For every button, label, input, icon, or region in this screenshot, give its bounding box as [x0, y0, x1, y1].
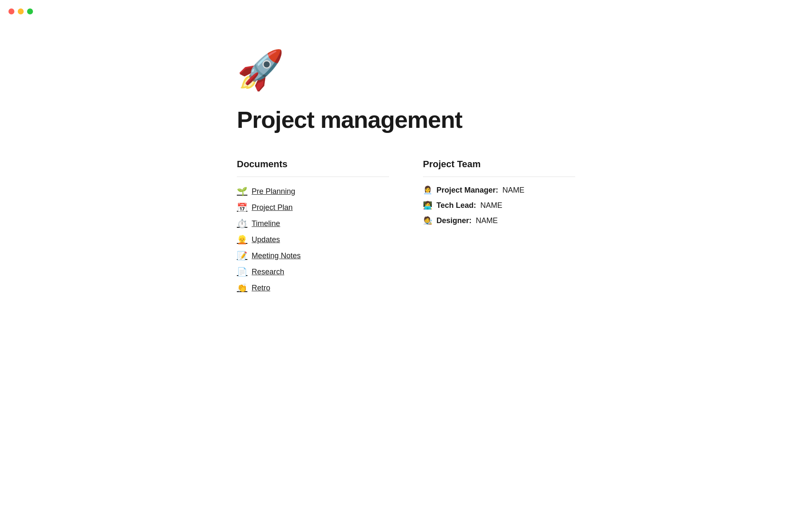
document-link[interactable]: 📄Research: [237, 266, 284, 278]
list-item: 🧑‍🎨Designer: NAME: [423, 216, 575, 225]
team-member-role: Project Manager:: [436, 186, 498, 195]
document-emoji: 🌱: [237, 186, 247, 196]
list-item: 📄Research: [237, 266, 389, 278]
document-link[interactable]: 📝Meeting Notes: [237, 250, 301, 262]
list-item: 🌱Pre Planning: [237, 185, 389, 197]
document-label: Meeting Notes: [252, 251, 301, 260]
documents-column: Documents 🌱Pre Planning📅Project Plan⏱️Ti…: [237, 159, 389, 298]
maximize-button[interactable]: [27, 8, 33, 14]
team-divider: [423, 177, 575, 177]
list-item: 👏Retro: [237, 282, 389, 294]
team-member-emoji: 👩‍💼: [423, 185, 432, 195]
document-label: Pre Planning: [252, 187, 295, 196]
document-emoji: 📅: [237, 202, 247, 213]
document-label: Research: [252, 268, 284, 276]
list-item: 📝Meeting Notes: [237, 250, 389, 262]
list-item: ⏱️Timeline: [237, 218, 389, 229]
document-label: Timeline: [252, 219, 280, 228]
team-member-name: NAME: [480, 201, 502, 210]
team-member-name: NAME: [476, 216, 498, 225]
traffic-lights: [8, 8, 33, 14]
team-heading: Project Team: [423, 159, 575, 170]
team-member-name: NAME: [502, 186, 524, 195]
document-link[interactable]: 👱Updates: [237, 234, 280, 246]
document-emoji: 📄: [237, 267, 247, 277]
page-icon: 🚀: [237, 51, 575, 89]
document-emoji: ⏱️: [237, 218, 247, 229]
main-content: 🚀 Project management Documents 🌱Pre Plan…: [152, 0, 660, 340]
document-emoji: 📝: [237, 251, 247, 261]
team-member-role: Tech Lead:: [436, 201, 476, 210]
document-emoji: 👏: [237, 283, 247, 293]
document-link[interactable]: 👏Retro: [237, 282, 270, 294]
list-item: 👩‍💼Project Manager: NAME: [423, 185, 575, 195]
documents-divider: [237, 177, 389, 177]
page-title: Project management: [237, 106, 575, 133]
team-member-emoji: 👩‍💻: [423, 201, 432, 210]
minimize-button[interactable]: [18, 8, 24, 14]
team-list: 👩‍💼Project Manager: NAME👩‍💻Tech Lead: NA…: [423, 185, 575, 225]
team-column: Project Team 👩‍💼Project Manager: NAME👩‍💻…: [423, 159, 575, 298]
list-item: 👩‍💻Tech Lead: NAME: [423, 201, 575, 210]
document-label: Retro: [252, 284, 270, 293]
team-member-role: Designer:: [436, 216, 472, 225]
two-columns-layout: Documents 🌱Pre Planning📅Project Plan⏱️Ti…: [237, 159, 575, 298]
document-link[interactable]: 🌱Pre Planning: [237, 185, 295, 197]
document-label: Updates: [252, 235, 280, 244]
list-item: 📅Project Plan: [237, 202, 389, 213]
documents-heading: Documents: [237, 159, 389, 170]
close-button[interactable]: [8, 8, 14, 14]
team-member-emoji: 🧑‍🎨: [423, 216, 432, 225]
document-label: Project Plan: [252, 203, 293, 212]
documents-list: 🌱Pre Planning📅Project Plan⏱️Timeline👱Upd…: [237, 185, 389, 294]
document-link[interactable]: ⏱️Timeline: [237, 218, 280, 229]
document-emoji: 👱: [237, 235, 247, 245]
list-item: 👱Updates: [237, 234, 389, 246]
document-link[interactable]: 📅Project Plan: [237, 202, 293, 213]
